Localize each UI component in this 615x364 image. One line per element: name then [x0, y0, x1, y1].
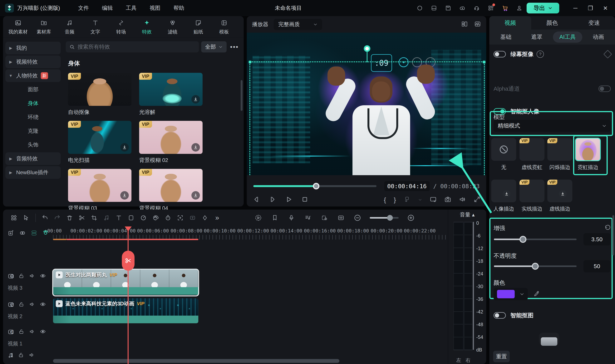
menu-tools[interactable]: 工具: [119, 4, 143, 12]
download-icon[interactable]: [191, 95, 200, 104]
render-preview-icon[interactable]: [252, 214, 265, 221]
speaker-icon[interactable]: [29, 352, 35, 359]
timeline-zoom-slider[interactable]: [370, 217, 399, 219]
tab-stickers[interactable]: 贴纸: [186, 19, 211, 35]
mute-icon[interactable]: [459, 196, 466, 204]
tab-templates[interactable]: 模板: [212, 19, 236, 35]
subtab-ai-tools[interactable]: AI工具: [553, 31, 582, 43]
mask-tool-icon[interactable]: [125, 215, 137, 221]
help-icon[interactable]: ?: [536, 51, 544, 58]
panel-drag-handle[interactable]: [541, 337, 557, 346]
stopwatch-icon[interactable]: [162, 215, 174, 221]
audio-mixer-icon[interactable]: [302, 215, 314, 221]
style-solid-outline[interactable]: VIP 实线描边: [520, 180, 545, 212]
group-clips-icon[interactable]: [31, 230, 37, 237]
style-neon-outline[interactable]: 霓虹描边: [575, 138, 600, 171]
lock-icon[interactable]: [18, 273, 24, 279]
effect-card-bg-blur-03[interactable]: VIP 背景模糊 03: [68, 169, 132, 212]
video-viewport[interactable]: :09: [247, 33, 486, 175]
record-icon[interactable]: [416, 5, 423, 12]
more-options-icon[interactable]: •••: [230, 43, 239, 51]
model-select[interactable]: 精细模式: [494, 120, 611, 132]
color-palette-icon[interactable]: [149, 215, 162, 221]
crop-icon[interactable]: [88, 215, 100, 221]
quality-dropdown[interactable]: 完整画质: [274, 19, 322, 30]
opacity-value[interactable]: 50: [584, 260, 610, 272]
style-dashed-outline[interactable]: VIP 虚线描边: [547, 180, 572, 212]
scope-icon[interactable]: [474, 21, 481, 28]
close-button[interactable]: ✕: [600, 5, 611, 12]
menu-help[interactable]: 帮助: [167, 4, 191, 12]
subtab-basic[interactable]: 基础: [491, 31, 521, 43]
marker-icon[interactable]: [269, 215, 281, 221]
enhance-slider[interactable]: [494, 239, 576, 240]
enhance-value[interactable]: 3.50: [584, 233, 610, 246]
seek-handle[interactable]: [313, 183, 320, 189]
clip-settings-icon[interactable]: [318, 215, 331, 221]
lock-icon[interactable]: [18, 329, 24, 335]
next-frame-button[interactable]: [269, 195, 276, 204]
sidebar-item-character-effects[interactable]: ▼人物特效新: [5, 69, 61, 82]
effect-card-bg-blur-04[interactable]: VIP 背景模糊 04: [139, 169, 202, 212]
lock-icon[interactable]: [18, 352, 24, 359]
zoom-out-icon[interactable]: [351, 214, 364, 221]
style-portrait-outline[interactable]: 人像描边: [491, 180, 516, 212]
fit-timeline-icon[interactable]: [335, 215, 347, 221]
timeline-ruler[interactable]: :00:00 00:00:02:00 00:00:04:00 00:00:06:…: [53, 228, 448, 240]
eye-icon[interactable]: [40, 273, 46, 279]
marker-dropdown[interactable]: [404, 196, 411, 204]
tab-transitions[interactable]: 转场: [109, 19, 133, 35]
zoom-in-icon[interactable]: [405, 214, 417, 221]
eyedropper-icon[interactable]: [534, 290, 540, 298]
add-track-icon[interactable]: [8, 230, 14, 237]
layout-icon[interactable]: [430, 5, 437, 12]
style-none[interactable]: 无: [491, 138, 516, 171]
effect-card-auto-matting[interactable]: VIP 自动抠像: [68, 73, 132, 116]
support-headset-icon[interactable]: [473, 5, 480, 12]
resize-handle[interactable]: [483, 61, 485, 63]
keyframe-icon[interactable]: [199, 215, 211, 221]
delete-icon[interactable]: [63, 215, 76, 221]
download-icon[interactable]: [191, 191, 200, 200]
prev-frame-button[interactable]: [253, 195, 260, 204]
account-icon[interactable]: [516, 5, 523, 12]
eye-icon[interactable]: [40, 329, 46, 335]
rotation-handle[interactable]: [364, 45, 370, 52]
tab-filters[interactable]: 滤镜: [160, 19, 185, 35]
mark-in-button[interactable]: {: [384, 196, 386, 204]
cloud-upload-icon[interactable]: [459, 5, 466, 12]
tab-text[interactable]: 文字: [83, 19, 108, 35]
reset-button[interactable]: 重置: [493, 351, 510, 362]
effect-card-bg-blur-02[interactable]: VIP 背景模糊 02: [139, 121, 202, 164]
mirror-display-icon[interactable]: [430, 196, 437, 204]
speed-tool-icon[interactable]: [137, 215, 149, 221]
tab-audio[interactable]: 音频: [57, 19, 82, 35]
effect-card-light-dissolve[interactable]: VIP 光溶解: [139, 73, 202, 116]
redo-icon[interactable]: [51, 215, 63, 221]
stop-button[interactable]: [301, 195, 309, 204]
green-screen-toggle[interactable]: [494, 51, 506, 57]
voiceover-mic-icon[interactable]: [285, 215, 297, 221]
layout-grid-icon[interactable]: [8, 215, 20, 221]
speaker-icon[interactable]: [29, 329, 35, 335]
color-dropdown[interactable]: [494, 288, 528, 300]
fullscreen-icon[interactable]: [474, 196, 481, 204]
subtab-animation[interactable]: 动画: [584, 31, 613, 43]
link-clips-icon[interactable]: [19, 230, 26, 237]
audio-detach-icon[interactable]: [100, 215, 113, 221]
sidebar-item-newblue[interactable]: ▶NewBlue插件: [5, 166, 61, 179]
inspector-scrollbar[interactable]: [612, 215, 614, 256]
speech-to-text-icon[interactable]: [187, 215, 199, 221]
download-icon[interactable]: [120, 143, 129, 152]
effect-card-electric-scan[interactable]: VIP 电光扫描: [68, 121, 132, 164]
eye-icon[interactable]: [40, 301, 46, 308]
smart-cutout-toggle[interactable]: [494, 312, 506, 319]
sidebar-item-surround[interactable]: 环绕: [5, 111, 61, 124]
multiview-icon[interactable]: [461, 21, 468, 28]
style-dashed-neon[interactable]: VIP 虚线霓虹: [520, 138, 545, 171]
download-icon[interactable]: [120, 191, 129, 200]
tab-stock[interactable]: 素材库: [31, 19, 56, 35]
sidebar-item-clone[interactable]: 克隆: [5, 125, 61, 137]
subtab-mask[interactable]: 遮罩: [522, 31, 552, 43]
export-button[interactable]: 导出: [527, 3, 559, 13]
